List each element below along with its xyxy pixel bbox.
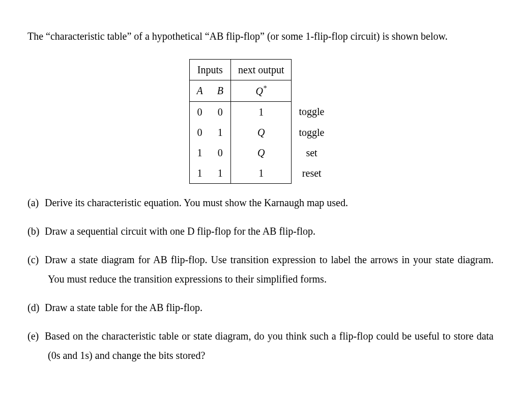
cell-note: reset	[292, 163, 332, 184]
header-next-output: next output	[230, 60, 292, 80]
question-label: (b)	[27, 221, 45, 241]
cell-b: 0	[210, 101, 231, 122]
question-text: Draw a state table for the AB flip-flop.	[45, 302, 202, 313]
characteristic-table: Inputs next output A B Q* 0 0 1 toggle 0…	[189, 59, 332, 184]
cell-note: toggle	[292, 101, 332, 122]
question-b: (b)Draw a sequential circuit with one D …	[27, 221, 494, 241]
cell-b: 1	[210, 163, 231, 184]
question-label: (a)	[27, 193, 45, 212]
question-text: Draw a sequential circuit with one D fli…	[45, 226, 315, 237]
cell-q: 1	[230, 163, 292, 184]
cell-q: Q	[230, 143, 292, 163]
cell-b: 1	[210, 122, 231, 143]
question-list: (a)Derive its characteristic equation. Y…	[27, 193, 494, 365]
subheader-a: A	[189, 80, 210, 102]
table-row: 0 0 1 toggle	[189, 101, 332, 122]
characteristic-table-container: Inputs next output A B Q* 0 0 1 toggle 0…	[27, 59, 494, 184]
header-inputs: Inputs	[189, 60, 230, 80]
cell-q: 1	[230, 101, 292, 122]
question-c: (c)Draw a state diagram for AB flip-flop…	[27, 250, 494, 289]
cell-a: 0	[189, 122, 210, 143]
subheader-note-blank	[292, 80, 332, 102]
question-label: (d)	[27, 298, 45, 317]
subheader-qstar: Q*	[230, 80, 292, 102]
question-text: Draw a state diagram for AB flip-flop. U…	[45, 254, 494, 285]
intro-paragraph: The “characteristic table” of a hypothet…	[27, 26, 494, 46]
header-note-blank	[292, 60, 332, 80]
cell-q: Q	[230, 122, 292, 143]
table-row: 1 1 1 reset	[189, 163, 332, 184]
subheader-b: B	[210, 80, 231, 102]
cell-note: set	[292, 143, 332, 163]
cell-b: 0	[210, 143, 231, 163]
question-label: (e)	[27, 326, 45, 346]
cell-a: 1	[189, 163, 210, 184]
question-e: (e)Based on the characteristic table or …	[27, 326, 494, 365]
question-label: (c)	[27, 250, 45, 269]
question-text: Based on the characteristic table or sta…	[45, 330, 494, 361]
table-row: 1 0 Q set	[189, 143, 332, 163]
table-row: 0 1 Q toggle	[189, 122, 332, 143]
cell-note: toggle	[292, 122, 332, 143]
cell-a: 0	[189, 101, 210, 122]
question-text: Derive its characteristic equation. You …	[45, 197, 348, 208]
cell-a: 1	[189, 143, 210, 163]
question-d: (d)Draw a state table for the AB flip-fl…	[27, 298, 494, 317]
question-a: (a)Derive its characteristic equation. Y…	[27, 193, 494, 212]
